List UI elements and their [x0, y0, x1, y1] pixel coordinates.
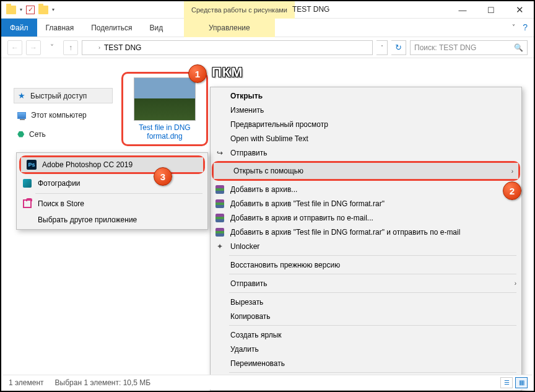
ribbon-tabs: Файл Главная Поделиться Вид Управление ˅…: [1, 19, 534, 37]
callout-3: 3: [154, 167, 172, 186]
icons-view-button[interactable]: ▦: [515, 377, 528, 388]
folder-icon: [6, 6, 16, 14]
window-title: TEST DNG: [292, 5, 329, 14]
photos-icon: [23, 179, 32, 188]
quick-access-toolbar: ▾ ✓ ▾: [1, 6, 54, 14]
view-switcher: ☰ ▦: [500, 377, 528, 388]
separator: [229, 292, 516, 293]
breadcrumb-folder[interactable]: TEST DNG: [104, 43, 141, 52]
sidebar-item-label: Этот компьютер: [31, 111, 87, 120]
ctx-add-archive-named-mail[interactable]: Добавить в архив "Test file in DNG forma…: [211, 225, 521, 239]
status-item-count: 1 элемент: [9, 378, 44, 387]
maximize-button[interactable]: ☐: [477, 1, 505, 19]
ctx-rename[interactable]: Переименовать: [211, 356, 521, 370]
title-bar: ▾ ✓ ▾ Средства работы с рисунками TEST D…: [1, 1, 534, 19]
ctx-preview[interactable]: Предварительный просмотр: [211, 117, 521, 131]
separator: [229, 255, 516, 256]
ctx-send-to[interactable]: Отправить›: [211, 276, 521, 290]
ctx-add-archive-mail[interactable]: Добавить в архив и отправить по e-mail..…: [211, 211, 521, 225]
ribbon-expand-icon[interactable]: ˅: [512, 24, 515, 30]
separator: [35, 193, 202, 194]
ctx-open-sublime[interactable]: Open with Sublime Text: [211, 131, 521, 146]
submenu-photos[interactable]: Фотографии: [17, 175, 207, 191]
status-selection: Выбран 1 элемент: 10,5 МБ: [55, 378, 151, 387]
ctx-open[interactable]: Открыть: [211, 89, 521, 103]
search-placeholder: Поиск: TEST DNG: [414, 43, 476, 52]
separator: [229, 325, 516, 326]
computer-icon: [17, 112, 26, 119]
help-icon[interactable]: ?: [523, 22, 528, 32]
photoshop-icon: Ps: [27, 160, 37, 170]
winrar-icon: [215, 228, 224, 237]
open-with-submenu: Ps Adobe Photoshop CC 2019 Фотографии По…: [16, 152, 208, 230]
file-item-selected[interactable]: Test file in DNG format.dng: [121, 72, 208, 146]
wand-icon: ✦: [213, 242, 227, 251]
ctx-unlocker[interactable]: ✦Unlocker: [211, 239, 521, 253]
submenu-store[interactable]: Поиск в Store: [17, 196, 207, 212]
sidebar-item-label: Сеть: [29, 130, 46, 139]
callout-2: 2: [503, 181, 521, 200]
network-icon: ⬣: [17, 129, 24, 139]
minimize-button[interactable]: ―: [448, 1, 477, 19]
file-thumbnail: [134, 77, 196, 121]
chevron-right-icon[interactable]: ›: [98, 45, 100, 51]
chevron-right-icon: ›: [511, 168, 513, 175]
breadcrumb[interactable]: › TEST DNG: [82, 40, 373, 55]
submenu-photoshop-highlight: Ps Adobe Photoshop CC 2019: [19, 155, 205, 174]
sidebar-item-this-pc[interactable]: Этот компьютер: [14, 108, 113, 122]
star-icon: ★: [18, 91, 25, 100]
ctx-open-with[interactable]: Открыть с помощью›: [214, 163, 518, 179]
ctx-restore[interactable]: Восстановить прежнюю версию: [211, 258, 521, 272]
ctx-edit[interactable]: Изменить: [211, 103, 521, 117]
recent-dropdown-icon[interactable]: ˅: [45, 40, 59, 55]
search-input[interactable]: Поиск: TEST DNG 🔍: [410, 40, 528, 55]
tab-manage[interactable]: Управление: [184, 19, 275, 37]
address-bar-row: ← → ˅ ↑ › TEST DNG ˅ ↻ Поиск: TEST DNG 🔍: [1, 37, 534, 58]
submenu-other-app[interactable]: Выбрать другое приложение: [17, 212, 207, 228]
back-button[interactable]: ←: [7, 40, 22, 55]
winrar-icon: [215, 185, 224, 194]
address-dropdown-icon[interactable]: ˅: [376, 40, 388, 55]
file-name: Test file in DNG format.dng: [127, 123, 202, 141]
context-menu: Открыть Изменить Предварительный просмот…: [210, 87, 522, 391]
refresh-button[interactable]: ↻: [391, 40, 406, 55]
qat-dropdown-icon[interactable]: ▾: [20, 7, 22, 12]
callout-1: 1: [188, 64, 207, 83]
share-icon: ↪: [213, 149, 227, 157]
sidebar-item-network[interactable]: ⬣ Сеть: [14, 127, 113, 141]
chevron-right-icon: ›: [515, 280, 516, 287]
tab-file[interactable]: Файл: [1, 19, 37, 37]
sidebar-item-quick-access[interactable]: ★ Быстрый доступ: [14, 88, 113, 103]
ctx-delete[interactable]: Удалить: [211, 342, 521, 356]
navigation-pane: ★ Быстрый доступ Этот компьютер ⬣ Сеть: [14, 88, 113, 141]
tab-share[interactable]: Поделиться: [82, 19, 141, 37]
separator: [229, 372, 516, 373]
up-button[interactable]: ↑: [63, 40, 78, 55]
ctx-cut[interactable]: Вырезать: [211, 295, 521, 309]
checkbox-icon[interactable]: ✓: [26, 6, 35, 14]
callout-1-label: ПКМ: [212, 64, 243, 81]
sidebar-item-label: Быстрый доступ: [30, 92, 87, 100]
content-area: ★ Быстрый доступ Этот компьютер ⬣ Сеть T…: [2, 61, 533, 375]
tab-home[interactable]: Главная: [37, 19, 83, 37]
status-bar: 1 элемент Выбран 1 элемент: 10,5 МБ ☰ ▦: [2, 375, 533, 390]
submenu-photoshop[interactable]: Ps Adobe Photoshop CC 2019: [21, 157, 203, 172]
ctx-share[interactable]: ↪Отправить: [211, 146, 521, 160]
qat-overflow-icon[interactable]: ▾: [52, 7, 54, 12]
winrar-icon: [215, 199, 224, 208]
ctx-add-archive-named[interactable]: Добавить в архив "Test file in DNG forma…: [211, 196, 521, 211]
tab-view[interactable]: Вид: [141, 19, 172, 37]
window-controls: ― ☐ ✕: [448, 1, 534, 19]
contextual-tool-tab[interactable]: Средства работы с рисунками: [184, 1, 295, 19]
folder-icon: [38, 6, 48, 14]
store-icon: [23, 199, 32, 208]
separator: [229, 274, 516, 274]
winrar-icon: [215, 214, 224, 222]
forward-button[interactable]: →: [26, 40, 41, 55]
ctx-add-archive[interactable]: Добавить в архив...: [211, 182, 521, 196]
search-icon: 🔍: [514, 43, 523, 52]
close-button[interactable]: ✕: [505, 1, 534, 19]
ctx-copy[interactable]: Копировать: [211, 309, 521, 323]
details-view-button[interactable]: ☰: [500, 377, 513, 388]
ctx-create-shortcut[interactable]: Создать ярлык: [211, 328, 521, 342]
